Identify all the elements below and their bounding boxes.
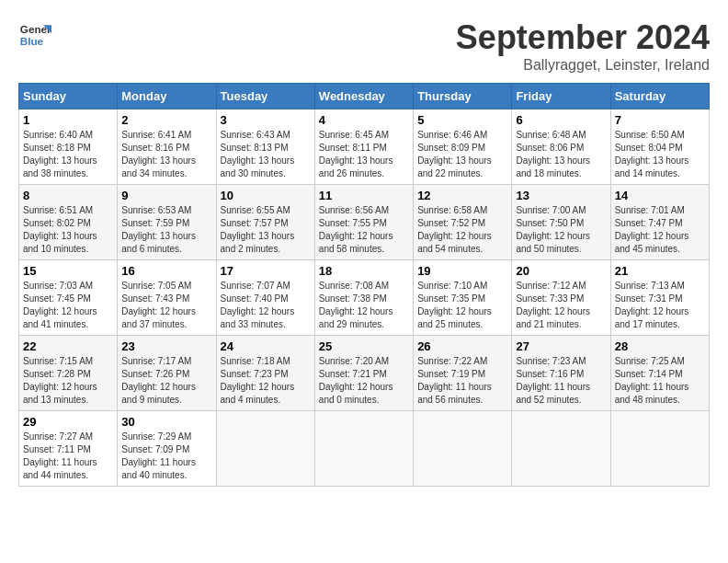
day-info: Sunrise: 7:12 AM Sunset: 7:33 PM Dayligh… bbox=[516, 280, 606, 331]
day-number: 23 bbox=[121, 339, 211, 353]
day-cell: 9Sunrise: 6:53 AM Sunset: 7:59 PM Daylig… bbox=[118, 185, 216, 260]
day-info: Sunrise: 6:41 AM Sunset: 8:16 PM Dayligh… bbox=[121, 129, 211, 180]
day-number: 3 bbox=[221, 113, 311, 127]
day-info: Sunrise: 7:01 AM Sunset: 7:47 PM Dayligh… bbox=[615, 204, 705, 256]
header-friday: Friday bbox=[512, 84, 610, 109]
logo-icon: General Blue bbox=[18, 18, 51, 52]
day-cell: 16Sunrise: 7:05 AM Sunset: 7:43 PM Dayli… bbox=[118, 260, 216, 336]
day-number: 25 bbox=[319, 339, 409, 353]
calendar-table: SundayMondayTuesdayWednesdayThursdayFrid… bbox=[18, 83, 710, 487]
day-cell: 2Sunrise: 6:41 AM Sunset: 8:16 PM Daylig… bbox=[118, 109, 216, 185]
day-number: 13 bbox=[516, 189, 606, 202]
day-cell: 1Sunrise: 6:40 AM Sunset: 8:18 PM Daylig… bbox=[19, 109, 118, 185]
day-number: 21 bbox=[615, 264, 705, 278]
day-info: Sunrise: 6:45 AM Sunset: 8:11 PM Dayligh… bbox=[319, 129, 409, 180]
day-cell: 23Sunrise: 7:17 AM Sunset: 7:26 PM Dayli… bbox=[118, 336, 216, 411]
day-cell: 18Sunrise: 7:08 AM Sunset: 7:38 PM Dayli… bbox=[314, 260, 413, 336]
day-info: Sunrise: 7:13 AM Sunset: 7:31 PM Dayligh… bbox=[615, 280, 705, 331]
day-cell: 20Sunrise: 7:12 AM Sunset: 7:33 PM Dayli… bbox=[512, 260, 610, 336]
day-cell: 29Sunrise: 7:27 AM Sunset: 7:11 PM Dayli… bbox=[19, 411, 118, 487]
day-info: Sunrise: 7:00 AM Sunset: 7:50 PM Dayligh… bbox=[516, 204, 606, 256]
logo: General Blue bbox=[18, 18, 51, 52]
day-cell: 13Sunrise: 7:00 AM Sunset: 7:50 PM Dayli… bbox=[512, 185, 610, 260]
week-row-4: 29Sunrise: 7:27 AM Sunset: 7:11 PM Dayli… bbox=[19, 411, 710, 487]
day-number: 20 bbox=[516, 264, 606, 278]
day-number: 8 bbox=[23, 189, 113, 202]
day-cell: 5Sunrise: 6:46 AM Sunset: 8:09 PM Daylig… bbox=[414, 109, 512, 185]
day-info: Sunrise: 7:05 AM Sunset: 7:43 PM Dayligh… bbox=[121, 280, 211, 331]
day-number: 1 bbox=[23, 113, 113, 127]
day-info: Sunrise: 7:18 AM Sunset: 7:23 PM Dayligh… bbox=[221, 355, 311, 407]
day-number: 4 bbox=[319, 113, 409, 127]
calendar-body: 1Sunrise: 6:40 AM Sunset: 8:18 PM Daylig… bbox=[19, 109, 710, 487]
day-info: Sunrise: 6:58 AM Sunset: 7:52 PM Dayligh… bbox=[417, 204, 507, 256]
day-info: Sunrise: 6:56 AM Sunset: 7:55 PM Dayligh… bbox=[319, 204, 409, 256]
day-cell bbox=[414, 411, 512, 487]
day-info: Sunrise: 6:46 AM Sunset: 8:09 PM Dayligh… bbox=[417, 129, 507, 180]
day-cell: 14Sunrise: 7:01 AM Sunset: 7:47 PM Dayli… bbox=[610, 185, 709, 260]
svg-text:Blue: Blue bbox=[20, 35, 44, 47]
day-cell: 4Sunrise: 6:45 AM Sunset: 8:11 PM Daylig… bbox=[314, 109, 413, 185]
day-cell: 30Sunrise: 7:29 AM Sunset: 7:09 PM Dayli… bbox=[118, 411, 216, 487]
calendar-header-row: SundayMondayTuesdayWednesdayThursdayFrid… bbox=[19, 84, 710, 109]
day-cell: 25Sunrise: 7:20 AM Sunset: 7:21 PM Dayli… bbox=[314, 336, 413, 411]
day-info: Sunrise: 7:08 AM Sunset: 7:38 PM Dayligh… bbox=[319, 280, 409, 331]
day-cell: 27Sunrise: 7:23 AM Sunset: 7:16 PM Dayli… bbox=[512, 336, 610, 411]
calendar-subtitle: Ballyragget, Leinster, Ireland bbox=[456, 57, 710, 74]
page-header: General Blue September 2024 Ballyragget,… bbox=[18, 18, 710, 74]
week-row-3: 22Sunrise: 7:15 AM Sunset: 7:28 PM Dayli… bbox=[19, 336, 710, 411]
day-number: 19 bbox=[417, 264, 507, 278]
day-number: 7 bbox=[615, 113, 705, 127]
day-number: 18 bbox=[319, 264, 409, 278]
day-cell bbox=[216, 411, 314, 487]
day-cell: 3Sunrise: 6:43 AM Sunset: 8:13 PM Daylig… bbox=[216, 109, 314, 185]
day-cell: 11Sunrise: 6:56 AM Sunset: 7:55 PM Dayli… bbox=[314, 185, 413, 260]
day-number: 12 bbox=[417, 189, 507, 202]
day-cell bbox=[512, 411, 610, 487]
day-cell: 24Sunrise: 7:18 AM Sunset: 7:23 PM Dayli… bbox=[216, 336, 314, 411]
header-saturday: Saturday bbox=[610, 84, 709, 109]
day-info: Sunrise: 7:07 AM Sunset: 7:40 PM Dayligh… bbox=[221, 280, 311, 331]
header-tuesday: Tuesday bbox=[216, 84, 314, 109]
day-number: 16 bbox=[121, 264, 211, 278]
day-cell: 26Sunrise: 7:22 AM Sunset: 7:19 PM Dayli… bbox=[414, 336, 512, 411]
day-number: 28 bbox=[615, 339, 705, 353]
day-cell: 21Sunrise: 7:13 AM Sunset: 7:31 PM Dayli… bbox=[610, 260, 709, 336]
week-row-2: 15Sunrise: 7:03 AM Sunset: 7:45 PM Dayli… bbox=[19, 260, 710, 336]
svg-text:General: General bbox=[20, 23, 51, 35]
day-info: Sunrise: 7:10 AM Sunset: 7:35 PM Dayligh… bbox=[417, 280, 507, 331]
day-info: Sunrise: 6:50 AM Sunset: 8:04 PM Dayligh… bbox=[615, 129, 705, 180]
day-number: 10 bbox=[221, 189, 311, 202]
day-cell: 10Sunrise: 6:55 AM Sunset: 7:57 PM Dayli… bbox=[216, 185, 314, 260]
header-sunday: Sunday bbox=[19, 84, 118, 109]
day-info: Sunrise: 7:29 AM Sunset: 7:09 PM Dayligh… bbox=[121, 431, 211, 482]
day-info: Sunrise: 7:23 AM Sunset: 7:16 PM Dayligh… bbox=[516, 355, 606, 407]
day-info: Sunrise: 7:20 AM Sunset: 7:21 PM Dayligh… bbox=[319, 355, 409, 407]
day-info: Sunrise: 6:43 AM Sunset: 8:13 PM Dayligh… bbox=[221, 129, 311, 180]
day-info: Sunrise: 7:27 AM Sunset: 7:11 PM Dayligh… bbox=[23, 431, 113, 482]
day-number: 22 bbox=[23, 339, 113, 353]
day-number: 6 bbox=[516, 113, 606, 127]
day-info: Sunrise: 6:55 AM Sunset: 7:57 PM Dayligh… bbox=[221, 204, 311, 256]
week-row-0: 1Sunrise: 6:40 AM Sunset: 8:18 PM Daylig… bbox=[19, 109, 710, 185]
day-number: 11 bbox=[319, 189, 409, 202]
day-number: 26 bbox=[417, 339, 507, 353]
day-info: Sunrise: 7:15 AM Sunset: 7:28 PM Dayligh… bbox=[23, 355, 113, 407]
day-cell: 15Sunrise: 7:03 AM Sunset: 7:45 PM Dayli… bbox=[19, 260, 118, 336]
header-monday: Monday bbox=[118, 84, 216, 109]
day-number: 15 bbox=[23, 264, 113, 278]
day-number: 5 bbox=[417, 113, 507, 127]
week-row-1: 8Sunrise: 6:51 AM Sunset: 8:02 PM Daylig… bbox=[19, 185, 710, 260]
header-thursday: Thursday bbox=[414, 84, 512, 109]
day-cell: 7Sunrise: 6:50 AM Sunset: 8:04 PM Daylig… bbox=[610, 109, 709, 185]
day-cell: 8Sunrise: 6:51 AM Sunset: 8:02 PM Daylig… bbox=[19, 185, 118, 260]
day-cell: 22Sunrise: 7:15 AM Sunset: 7:28 PM Dayli… bbox=[19, 336, 118, 411]
day-info: Sunrise: 6:40 AM Sunset: 8:18 PM Dayligh… bbox=[23, 129, 113, 180]
day-number: 2 bbox=[121, 113, 211, 127]
day-cell bbox=[610, 411, 709, 487]
day-info: Sunrise: 7:17 AM Sunset: 7:26 PM Dayligh… bbox=[121, 355, 211, 407]
title-block: September 2024 Ballyragget, Leinster, Ir… bbox=[456, 18, 710, 74]
day-number: 9 bbox=[121, 189, 211, 202]
header-wednesday: Wednesday bbox=[314, 84, 413, 109]
day-number: 30 bbox=[121, 415, 211, 429]
